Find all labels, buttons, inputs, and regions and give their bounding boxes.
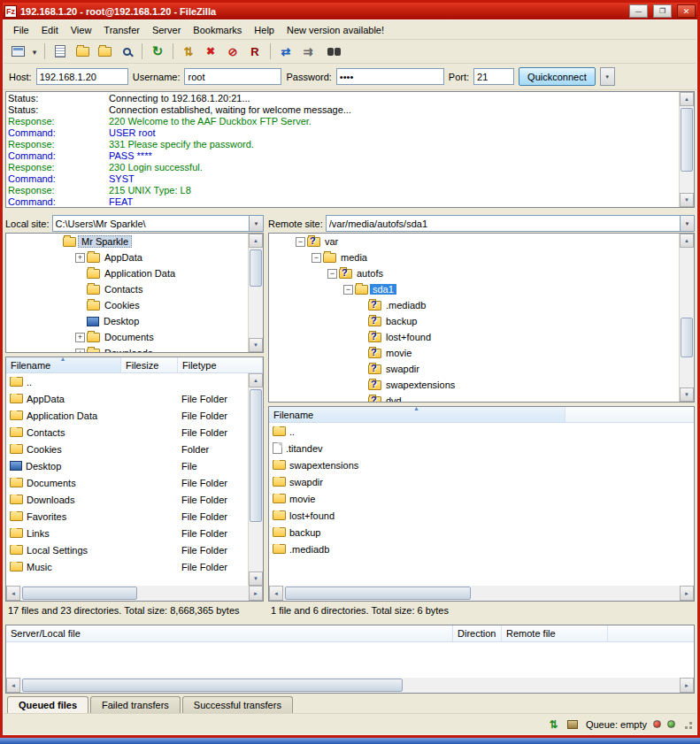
scroll-thumb[interactable] bbox=[285, 587, 471, 600]
expander-icon[interactable]: + bbox=[75, 349, 85, 354]
file-row[interactable]: DocumentsFile Folder bbox=[6, 474, 248, 491]
expander-icon[interactable]: − bbox=[343, 285, 353, 295]
tree-item[interactable]: −media bbox=[269, 249, 679, 265]
tree-item[interactable]: +AppData bbox=[6, 249, 248, 265]
expander-icon[interactable]: + bbox=[75, 253, 85, 263]
tree-item[interactable]: Application Data bbox=[6, 265, 248, 281]
file-row[interactable]: DownloadsFile Folder bbox=[6, 491, 248, 508]
port-input[interactable] bbox=[473, 68, 514, 85]
expander-icon[interactable]: − bbox=[312, 253, 321, 263]
scroll-right-icon[interactable] bbox=[680, 586, 694, 601]
tree-item[interactable]: −sda1 bbox=[269, 281, 679, 297]
scroll-thumb[interactable] bbox=[250, 249, 262, 287]
toggle-remote-tree-button[interactable] bbox=[94, 42, 115, 62]
remote-tree-scrollbar[interactable] bbox=[679, 234, 694, 402]
close-button[interactable] bbox=[677, 4, 696, 18]
log-scrollbar[interactable] bbox=[679, 92, 694, 207]
local-tree-scrollbar[interactable] bbox=[248, 234, 263, 352]
scroll-thumb[interactable] bbox=[250, 389, 262, 522]
column-filename[interactable]: Filename bbox=[269, 407, 565, 422]
scroll-left-icon[interactable] bbox=[269, 586, 283, 601]
file-row[interactable]: FavoritesFile Folder bbox=[6, 508, 248, 525]
tab-failed-transfers[interactable]: Failed transfers bbox=[90, 696, 181, 713]
scroll-left-icon[interactable] bbox=[6, 678, 20, 693]
title-bar[interactable]: 192.168.1.20 - root@192.168.1.20 - FileZ… bbox=[3, 3, 697, 19]
process-queue-button[interactable] bbox=[178, 42, 199, 62]
expander-icon[interactable]: − bbox=[327, 269, 337, 279]
directory-comparison-button[interactable] bbox=[275, 42, 296, 62]
tree-item[interactable]: backup bbox=[269, 313, 679, 329]
reconnect-button[interactable] bbox=[244, 42, 265, 62]
file-row[interactable]: lost+found bbox=[269, 507, 694, 524]
menu-transfer[interactable]: Transfer bbox=[97, 22, 146, 38]
tree-item[interactable]: .mediadb bbox=[269, 297, 679, 313]
scroll-down-icon[interactable] bbox=[249, 338, 263, 352]
menu-new-version[interactable]: New version available! bbox=[281, 22, 390, 38]
speed-limits-icon[interactable] bbox=[547, 718, 560, 730]
local-path-dropdown[interactable] bbox=[249, 215, 264, 232]
tree-item[interactable]: +Downloads bbox=[6, 345, 248, 353]
scroll-thumb[interactable] bbox=[681, 318, 693, 357]
cancel-button[interactable] bbox=[200, 42, 221, 62]
username-input[interactable] bbox=[184, 68, 281, 85]
scroll-right-icon[interactable] bbox=[680, 678, 694, 693]
minimize-button[interactable] bbox=[629, 4, 648, 18]
site-manager-button[interactable] bbox=[7, 42, 28, 62]
tree-item[interactable]: swapextensions bbox=[269, 377, 679, 393]
file-row[interactable]: ContactsFile Folder bbox=[6, 424, 248, 441]
file-row[interactable]: CookiesFolder bbox=[6, 441, 248, 457]
remote-path-input[interactable] bbox=[326, 215, 680, 232]
column-filename[interactable]: Filename bbox=[6, 357, 121, 372]
file-row[interactable]: swapextensions bbox=[269, 456, 694, 473]
menu-view[interactable]: View bbox=[65, 22, 98, 38]
menu-server[interactable]: Server bbox=[146, 22, 187, 38]
file-row[interactable]: DesktopFile bbox=[6, 457, 248, 474]
local-list-hscrollbar[interactable] bbox=[6, 586, 263, 601]
scroll-up-icon[interactable] bbox=[249, 373, 263, 387]
remote-list-hscrollbar[interactable] bbox=[269, 586, 694, 601]
tab-queued-files[interactable]: Queued files bbox=[7, 696, 88, 713]
column-filesize[interactable]: Filesize bbox=[121, 357, 178, 372]
tree-item[interactable]: dvd bbox=[269, 393, 679, 403]
filter-icon[interactable] bbox=[566, 718, 580, 730]
column-direction[interactable]: Direction bbox=[453, 625, 502, 641]
menu-edit[interactable]: Edit bbox=[35, 22, 65, 38]
scroll-thumb[interactable] bbox=[22, 587, 137, 600]
file-row[interactable]: Local SettingsFile Folder bbox=[6, 541, 248, 558]
disconnect-button[interactable] bbox=[222, 42, 243, 62]
column-server-local-file[interactable]: Server/Local file bbox=[6, 625, 453, 641]
tree-item[interactable]: Desktop bbox=[6, 313, 248, 329]
tree-item[interactable]: +Documents bbox=[6, 329, 248, 345]
host-input[interactable] bbox=[36, 68, 128, 85]
scroll-thumb[interactable] bbox=[681, 108, 693, 172]
toggle-queue-button[interactable] bbox=[116, 42, 137, 62]
tree-item[interactable]: −autofs bbox=[269, 265, 679, 281]
remote-path-dropdown[interactable] bbox=[680, 215, 695, 232]
refresh-button[interactable] bbox=[147, 42, 168, 62]
site-manager-dropdown[interactable] bbox=[29, 42, 40, 62]
column-remote-file[interactable]: Remote file bbox=[502, 625, 608, 641]
tab-successful-transfers[interactable]: Successful transfers bbox=[182, 696, 293, 713]
scroll-up-icon[interactable] bbox=[680, 92, 694, 106]
password-input[interactable] bbox=[336, 68, 444, 85]
file-row[interactable]: .mediadb bbox=[269, 541, 694, 557]
tree-item[interactable]: swapdir bbox=[269, 361, 679, 377]
find-files-button[interactable] bbox=[319, 42, 341, 62]
tree-item[interactable]: Mr Sparkle bbox=[6, 234, 248, 249]
expander-icon[interactable]: − bbox=[296, 237, 305, 247]
local-path-input[interactable] bbox=[52, 215, 249, 232]
toggle-message-log-button[interactable] bbox=[50, 42, 71, 62]
scroll-down-icon[interactable] bbox=[680, 387, 694, 402]
quickconnect-button[interactable]: Quickconnect bbox=[519, 67, 596, 86]
maximize-button[interactable] bbox=[653, 4, 672, 18]
tree-item[interactable]: movie bbox=[269, 345, 679, 361]
column-filetype[interactable]: Filetype bbox=[178, 357, 263, 372]
file-row[interactable]: movie bbox=[269, 490, 694, 507]
file-row[interactable]: swapdir bbox=[269, 473, 694, 490]
expander-icon[interactable]: + bbox=[75, 333, 85, 342]
tree-item[interactable]: Cookies bbox=[6, 297, 248, 313]
tree-item[interactable]: −var bbox=[269, 234, 679, 249]
scroll-right-icon[interactable] bbox=[249, 586, 263, 601]
scroll-down-icon[interactable] bbox=[680, 193, 694, 207]
file-row[interactable]: backup bbox=[269, 524, 694, 541]
